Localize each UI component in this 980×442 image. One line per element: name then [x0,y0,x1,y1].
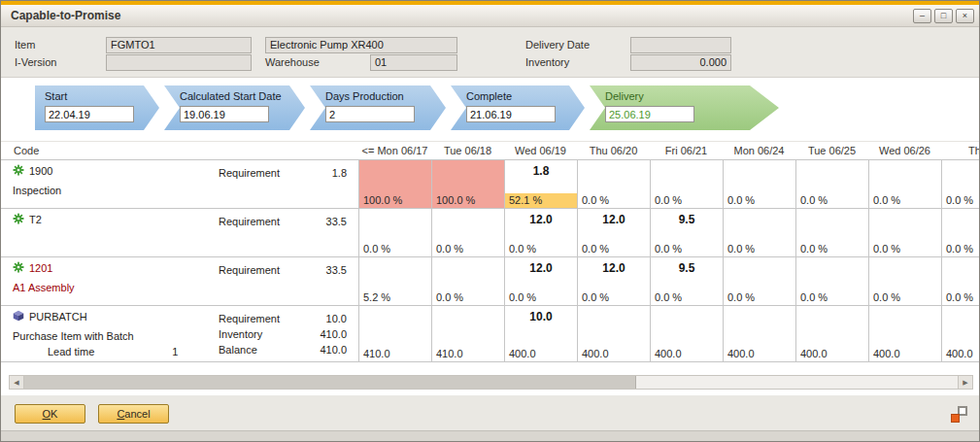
capacity-cell[interactable]: 0.0 % [795,209,868,256]
gear-icon [13,261,24,275]
table-row: 1201 A1 Assembly Requirement 33.5 5.2 % … [1,257,979,306]
percent-value: 0.0 % [869,242,941,256]
capacity-cell[interactable]: 0.0 % [431,257,504,305]
quantity-value [796,160,868,177]
minimize-button[interactable]: – [913,9,931,23]
capacity-cell[interactable]: 0.0 % [723,257,795,305]
quantity-value [942,209,979,225]
capacity-cell[interactable]: 5.2 % [358,257,431,305]
capable-to-promise-window: Capable-to-Promise – □ × Item FGMTO1 Ele… [0,0,980,442]
capacity-cell[interactable]: 10.0400.0 [504,306,577,361]
capacity-cell[interactable]: 0.0 % [358,209,431,256]
ok-button[interactable]: OK [15,404,85,424]
capacity-cell[interactable]: 0.0 % [795,257,868,305]
capacity-cell[interactable]: 0.0 % [868,257,941,305]
quantity-value: 12.0 [578,209,650,226]
resource-code[interactable]: PURBATCH [29,311,87,323]
quantity-value: 9.5 [651,257,723,275]
capacity-cell[interactable]: 410.0 [358,306,431,361]
percent-value: 0.0 % [505,242,577,256]
capacity-cell[interactable]: 0.0 % [941,209,979,256]
form-settings-square-orange [951,414,960,423]
capacity-cell[interactable]: 400.0 [577,306,650,361]
table-row: T2 Requirement 33.5 0.0 % 0.0 % 12.00.0 … [1,209,979,257]
calculated-start-date-input[interactable] [180,106,269,122]
metric-value: 410.0 [302,326,347,342]
days-production-input[interactable] [325,106,415,122]
horizontal-scrollbar[interactable]: ◀ ▶ [9,375,973,390]
resource-name [1,226,219,233]
capacity-cell[interactable]: 400.0 [795,306,868,361]
percent-value: 0.0 % [651,242,723,256]
maximize-button[interactable]: □ [934,9,953,23]
scroll-left-button[interactable]: ◀ [10,376,24,389]
quantity-value [796,209,868,225]
resource-code[interactable]: 1201 [29,262,52,274]
table-row: 1900 Inspection Requirement 1.8 100.0 % … [1,160,979,209]
quantity-value [359,160,431,177]
capacity-cell[interactable]: 1.852.1 % [504,160,577,208]
resource-name: Inspection [1,178,219,196]
capacity-cell[interactable]: 9.50.0 % [650,257,723,305]
quantity-value [796,306,868,323]
scroll-thumb[interactable] [24,376,636,389]
capacity-cell[interactable]: 9.50.0 % [650,209,723,256]
quantity-value [651,306,723,323]
capacity-cell[interactable]: 100.0 % [431,160,504,208]
capacity-cell[interactable]: 400.0 [941,306,979,361]
item-name-field[interactable]: Electronic Pump XR400 [265,37,457,53]
capacity-cell[interactable]: 410.0 [431,306,504,361]
step-label: Days Production [325,90,436,102]
capacity-cell[interactable]: 0.0 % [941,257,979,305]
warehouse-label: Warehouse [265,56,320,68]
iversion-field[interactable] [106,54,252,71]
gear-icon [13,164,24,178]
capacity-cell[interactable]: 100.0 % [358,160,431,208]
capacity-cell[interactable]: 0.0 % [723,160,795,208]
capacity-cell[interactable]: 0.0 % [577,160,650,208]
capacity-cell[interactable]: 12.00.0 % [504,209,577,256]
capacity-cell[interactable]: 12.00.0 % [577,209,650,256]
capacity-cell[interactable]: 0.0 % [431,209,504,256]
capacity-cell[interactable]: 12.00.0 % [504,257,577,305]
item-label: Item [15,39,35,51]
metric-label: Requirement [219,311,302,326]
capacity-cell[interactable]: 0.0 % [941,160,979,208]
header-form: Item FGMTO1 Electronic Pump XR400 Delive… [1,27,979,77]
metric-value: 33.5 [302,262,347,278]
delivery-date-field[interactable] [630,37,731,53]
cancel-button[interactable]: Cancel [98,404,169,424]
table-row: PURBATCH Purchase Item with Batch Lead t… [1,306,979,362]
warehouse-field[interactable]: 01 [370,54,457,71]
item-code-field[interactable]: FGMTO1 [106,37,252,53]
delivery-date-input[interactable] [605,106,694,122]
row-cells: 100.0 % 100.0 % 1.852.1 % 0.0 % 0.0 % 0.… [358,160,979,208]
iversion-label: I-Version [15,56,56,68]
capacity-cell[interactable]: 0.0 % [868,209,941,256]
metric-label: Balance [219,342,302,357]
form-settings-icon[interactable] [951,406,967,423]
start-date-input[interactable] [45,106,134,122]
complete-date-input[interactable] [466,106,556,122]
close-button[interactable]: × [956,9,974,23]
capacity-cell[interactable]: 400.0 [650,306,723,361]
resource-code[interactable]: 1900 [29,165,52,177]
capacity-cell[interactable]: 400.0 [723,306,795,361]
balance-value: 400.0 [578,347,650,361]
resource-code[interactable]: T2 [29,214,42,225]
capacity-cell[interactable]: 0.0 % [868,160,941,208]
capacity-cell[interactable]: 0.0 % [650,160,723,208]
resource-name: Purchase Item with Batch [1,323,219,342]
step-label: Calculated Start Date [180,90,295,102]
row-cells: 0.0 % 0.0 % 12.00.0 % 12.00.0 % 9.50.0 %… [358,209,979,256]
capacity-cell[interactable]: 12.00.0 % [577,257,650,305]
capacity-cell[interactable]: 400.0 [868,306,941,361]
scroll-track[interactable] [636,376,958,389]
scroll-right-button[interactable]: ▶ [958,376,972,389]
capacity-cell[interactable]: 0.0 % [723,209,795,256]
quantity-value [796,257,868,274]
capacity-cell[interactable]: 0.0 % [795,160,868,208]
flow-step-start: Start [35,85,159,130]
metric-value: 1.8 [302,165,347,181]
inventory-field[interactable]: 0.000 [630,54,731,71]
